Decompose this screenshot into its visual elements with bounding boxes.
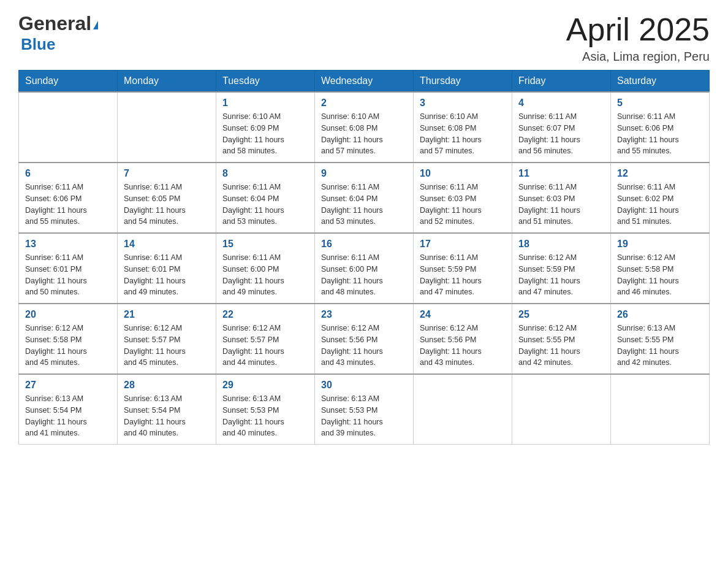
day-number: 8 [222,168,308,179]
day-number: 9 [321,168,407,179]
weekday-header-thursday: Thursday [414,71,512,93]
logo-blue-text: Blue [21,35,55,54]
calendar-cell: 22Sunrise: 6:12 AM Sunset: 5:57 PM Dayli… [216,304,315,374]
calendar-week-row: 20Sunrise: 6:12 AM Sunset: 5:58 PM Dayli… [19,304,710,374]
calendar-cell [611,374,710,445]
title-block: April 2025 Asia, Lima region, Peru [566,12,710,64]
day-number: 12 [617,168,703,179]
calendar-cell: 28Sunrise: 6:13 AM Sunset: 5:54 PM Dayli… [118,374,216,445]
day-number: 14 [124,239,210,250]
calendar-cell: 2Sunrise: 6:10 AM Sunset: 6:08 PM Daylig… [315,92,414,163]
calendar-cell: 3Sunrise: 6:10 AM Sunset: 6:08 PM Daylig… [414,92,512,163]
weekday-header-wednesday: Wednesday [315,71,414,93]
day-number: 27 [25,380,111,391]
day-number: 5 [617,98,703,109]
day-info: Sunrise: 6:12 AM Sunset: 5:57 PM Dayligh… [124,323,210,369]
calendar-cell: 1Sunrise: 6:10 AM Sunset: 6:09 PM Daylig… [216,92,315,163]
day-info: Sunrise: 6:11 AM Sunset: 6:04 PM Dayligh… [321,182,407,228]
calendar-cell: 16Sunrise: 6:11 AM Sunset: 6:00 PM Dayli… [315,233,414,304]
calendar-cell [19,92,118,163]
calendar-cell: 10Sunrise: 6:11 AM Sunset: 6:03 PM Dayli… [414,163,512,233]
day-info: Sunrise: 6:12 AM Sunset: 5:58 PM Dayligh… [617,252,703,298]
day-info: Sunrise: 6:12 AM Sunset: 5:58 PM Dayligh… [25,323,111,369]
day-info: Sunrise: 6:11 AM Sunset: 6:03 PM Dayligh… [420,182,506,228]
day-number: 30 [321,380,407,391]
day-info: Sunrise: 6:12 AM Sunset: 5:57 PM Dayligh… [222,323,308,369]
page-header: General Blue April 2025 Asia, Lima regio… [18,12,710,64]
calendar-cell: 8Sunrise: 6:11 AM Sunset: 6:04 PM Daylig… [216,163,315,233]
calendar-header-row: SundayMondayTuesdayWednesdayThursdayFrid… [19,71,710,93]
weekday-header-tuesday: Tuesday [216,71,315,93]
calendar-cell: 13Sunrise: 6:11 AM Sunset: 6:01 PM Dayli… [19,233,118,304]
calendar-cell: 6Sunrise: 6:11 AM Sunset: 6:06 PM Daylig… [19,163,118,233]
day-number: 11 [518,168,604,179]
calendar-cell: 17Sunrise: 6:11 AM Sunset: 5:59 PM Dayli… [414,233,512,304]
day-info: Sunrise: 6:13 AM Sunset: 5:54 PM Dayligh… [25,393,111,439]
weekday-header-saturday: Saturday [611,71,710,93]
calendar-cell: 7Sunrise: 6:11 AM Sunset: 6:05 PM Daylig… [118,163,216,233]
day-number: 15 [222,239,308,250]
calendar-body: 1Sunrise: 6:10 AM Sunset: 6:09 PM Daylig… [19,92,710,445]
day-number: 25 [518,309,604,320]
calendar-cell: 26Sunrise: 6:13 AM Sunset: 5:55 PM Dayli… [611,304,710,374]
day-info: Sunrise: 6:11 AM Sunset: 6:04 PM Dayligh… [222,182,308,228]
day-info: Sunrise: 6:11 AM Sunset: 6:01 PM Dayligh… [25,252,111,298]
day-info: Sunrise: 6:11 AM Sunset: 6:00 PM Dayligh… [222,252,308,298]
day-number: 2 [321,98,407,109]
day-number: 10 [420,168,506,179]
day-info: Sunrise: 6:13 AM Sunset: 5:53 PM Dayligh… [321,393,407,439]
day-number: 23 [321,309,407,320]
calendar-cell [512,374,611,445]
day-info: Sunrise: 6:10 AM Sunset: 6:08 PM Dayligh… [420,111,506,157]
location-subtitle: Asia, Lima region, Peru [566,50,710,64]
day-number: 4 [518,98,604,109]
calendar-cell: 4Sunrise: 6:11 AM Sunset: 6:07 PM Daylig… [512,92,611,163]
day-number: 6 [25,168,111,179]
day-info: Sunrise: 6:11 AM Sunset: 6:03 PM Dayligh… [518,182,604,228]
day-number: 3 [420,98,506,109]
day-info: Sunrise: 6:11 AM Sunset: 6:06 PM Dayligh… [25,182,111,228]
logo: General Blue [18,12,98,54]
calendar-week-row: 1Sunrise: 6:10 AM Sunset: 6:09 PM Daylig… [19,92,710,163]
day-number: 20 [25,309,111,320]
calendar-cell: 20Sunrise: 6:12 AM Sunset: 5:58 PM Dayli… [19,304,118,374]
day-info: Sunrise: 6:12 AM Sunset: 5:56 PM Dayligh… [420,323,506,369]
day-info: Sunrise: 6:13 AM Sunset: 5:54 PM Dayligh… [124,393,210,439]
calendar-week-row: 13Sunrise: 6:11 AM Sunset: 6:01 PM Dayli… [19,233,710,304]
calendar-cell: 27Sunrise: 6:13 AM Sunset: 5:54 PM Dayli… [19,374,118,445]
calendar-cell: 24Sunrise: 6:12 AM Sunset: 5:56 PM Dayli… [414,304,512,374]
day-number: 21 [124,309,210,320]
weekday-header-sunday: Sunday [19,71,118,93]
weekday-header-monday: Monday [118,71,216,93]
day-info: Sunrise: 6:12 AM Sunset: 5:59 PM Dayligh… [518,252,604,298]
day-info: Sunrise: 6:11 AM Sunset: 6:06 PM Dayligh… [617,111,703,157]
day-info: Sunrise: 6:11 AM Sunset: 6:05 PM Dayligh… [124,182,210,228]
day-number: 28 [124,380,210,391]
calendar-cell: 15Sunrise: 6:11 AM Sunset: 6:00 PM Dayli… [216,233,315,304]
calendar-cell: 21Sunrise: 6:12 AM Sunset: 5:57 PM Dayli… [118,304,216,374]
day-number: 19 [617,239,703,250]
day-info: Sunrise: 6:11 AM Sunset: 6:07 PM Dayligh… [518,111,604,157]
day-number: 16 [321,239,407,250]
calendar-cell: 29Sunrise: 6:13 AM Sunset: 5:53 PM Dayli… [216,374,315,445]
day-number: 24 [420,309,506,320]
weekday-header-friday: Friday [512,71,611,93]
calendar-cell: 11Sunrise: 6:11 AM Sunset: 6:03 PM Dayli… [512,163,611,233]
day-number: 17 [420,239,506,250]
calendar-cell: 23Sunrise: 6:12 AM Sunset: 5:56 PM Dayli… [315,304,414,374]
calendar-week-row: 27Sunrise: 6:13 AM Sunset: 5:54 PM Dayli… [19,374,710,445]
logo-general-text: General [18,12,91,35]
calendar-cell: 25Sunrise: 6:12 AM Sunset: 5:55 PM Dayli… [512,304,611,374]
day-number: 1 [222,98,308,109]
day-info: Sunrise: 6:11 AM Sunset: 5:59 PM Dayligh… [420,252,506,298]
calendar-cell [414,374,512,445]
day-info: Sunrise: 6:12 AM Sunset: 5:55 PM Dayligh… [518,323,604,369]
calendar-cell: 5Sunrise: 6:11 AM Sunset: 6:06 PM Daylig… [611,92,710,163]
day-number: 22 [222,309,308,320]
day-number: 18 [518,239,604,250]
day-info: Sunrise: 6:10 AM Sunset: 6:08 PM Dayligh… [321,111,407,157]
calendar-cell [118,92,216,163]
calendar-cell: 14Sunrise: 6:11 AM Sunset: 6:01 PM Dayli… [118,233,216,304]
logo-triangle-icon [93,21,98,29]
calendar-cell: 18Sunrise: 6:12 AM Sunset: 5:59 PM Dayli… [512,233,611,304]
